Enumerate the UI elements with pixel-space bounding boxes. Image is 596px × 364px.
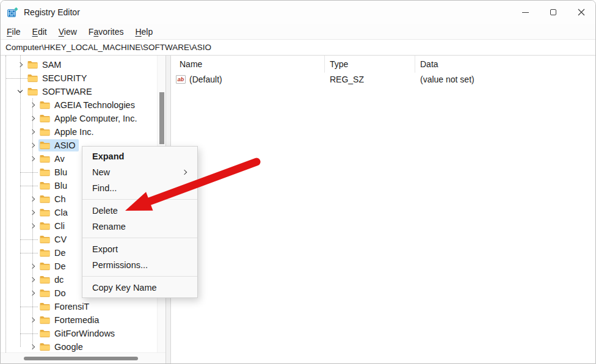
tree-chevron-icon (27, 180, 38, 191)
tree-chevron-icon[interactable] (27, 126, 38, 137)
close-icon (578, 9, 585, 16)
tree-item-label: De (54, 261, 66, 271)
tree-item-software[interactable]: SOFTWARE (1, 85, 157, 98)
value-data: (value not set) (415, 75, 595, 84)
minimize-button[interactable] (511, 1, 539, 24)
menu-item-help[interactable]: Help (135, 27, 153, 37)
tree-chevron-icon[interactable] (27, 113, 38, 124)
tree-item-security[interactable]: SECURITY (1, 71, 157, 85)
title-bar: Registry Editor (1, 1, 595, 24)
column-header-data[interactable]: Data (415, 56, 595, 73)
tree-item-google[interactable]: Google (1, 340, 157, 354)
menubar: FileEditViewFavoritesHelp (1, 24, 595, 39)
tree-chevron-icon[interactable] (27, 100, 38, 111)
folder-icon (40, 168, 50, 177)
address-input[interactable] (1, 43, 595, 52)
folder-icon (40, 235, 50, 244)
tree-item-fortemedia[interactable]: Fortemedia (1, 313, 157, 327)
context-menu-item-copy-key-name[interactable]: Copy Key Name (82, 280, 197, 296)
window-controls (511, 1, 595, 24)
column-header-type[interactable]: Type (325, 56, 415, 73)
tree-item-label: SECURITY (42, 73, 87, 83)
context-menu-item-permissions[interactable]: Permissions... (82, 257, 197, 273)
tree-chevron-icon[interactable] (27, 140, 38, 151)
tree-chevron-icon[interactable] (27, 194, 38, 205)
tree-chevron-icon[interactable] (15, 86, 26, 97)
context-menu-item-find[interactable]: Find... (82, 180, 197, 196)
folder-icon (40, 195, 50, 203)
maximize-icon (550, 9, 556, 15)
context-menu-item-export[interactable]: Export (82, 241, 197, 257)
menu-item-favorites[interactable]: Favorites (89, 27, 124, 37)
context-menu-separator (82, 199, 197, 200)
folder-icon (40, 114, 50, 123)
window-title: Registry Editor (24, 7, 80, 17)
tree-chevron-icon[interactable] (27, 207, 38, 218)
column-header-name[interactable]: Name (171, 56, 325, 73)
tree-chevron-icon[interactable] (27, 315, 38, 326)
folder-icon (40, 329, 50, 338)
tree-chevron-icon[interactable] (15, 59, 26, 70)
tree-item-label: Apple Computer, Inc. (54, 114, 137, 123)
tree-horizontal-scrollbar[interactable] (1, 352, 165, 363)
tree-chevron-icon[interactable] (27, 153, 38, 164)
context-menu-item-expand[interactable]: Expand (82, 148, 197, 164)
tree-item-label: Google (54, 342, 83, 352)
context-menu-item-new[interactable]: New (82, 164, 197, 180)
tree-vertical-scrollbar-thumb[interactable] (159, 92, 164, 144)
tree-chevron-icon[interactable] (27, 288, 38, 299)
context-menu-item-label: Copy Key Name (92, 283, 157, 293)
menu-item-file[interactable]: File (7, 27, 21, 37)
tree-item-label: Ch (54, 194, 66, 204)
close-button[interactable] (567, 1, 595, 24)
folder-icon (40, 316, 50, 324)
tree-chevron-icon (27, 167, 38, 178)
tree-chevron-icon (27, 234, 38, 245)
registry-value-row[interactable]: ab(Default)REG_SZ(value not set) (171, 73, 595, 86)
tree-chevron-icon (15, 73, 26, 84)
tree-item-label: SOFTWARE (42, 87, 92, 96)
tree-horizontal-scrollbar-thumb[interactable] (24, 357, 138, 360)
minimize-icon (522, 12, 529, 13)
menu-item-view[interactable]: View (59, 27, 77, 37)
folder-icon (40, 262, 50, 271)
folder-icon (40, 141, 50, 150)
string-value-icon: ab (176, 75, 186, 84)
tree-chevron-icon[interactable] (27, 274, 38, 285)
tree-item-gitforwindows[interactable]: GitForWindows (1, 327, 157, 340)
tree-item-forensit[interactable]: ForensiT (1, 300, 157, 313)
folder-icon (40, 222, 50, 230)
tree-item-label: De (54, 248, 66, 258)
maximize-button[interactable] (539, 1, 567, 24)
folder-icon (27, 87, 38, 96)
tree-chevron-icon[interactable] (27, 341, 38, 352)
tree-item-label: dc (54, 275, 64, 285)
context-menu-item-label: Rename (92, 222, 126, 231)
values-pane: NameTypeData ab(Default)REG_SZ(value not… (171, 56, 595, 363)
value-type: REG_SZ (325, 75, 415, 84)
values-column-headers: NameTypeData (171, 56, 595, 73)
tree-item-label: Do (54, 288, 66, 298)
tree-item-label: GitForWindows (54, 329, 115, 338)
tree-item-label: Av (54, 154, 65, 164)
tree-item-sam[interactable]: SAM (1, 58, 157, 71)
tree-item-label: ForensiT (54, 302, 89, 311)
menu-item-edit[interactable]: Edit (32, 27, 47, 37)
tree-chevron-icon (27, 301, 38, 312)
context-menu-item-label: Delete (92, 206, 118, 216)
registry-editor-window: Registry Editor FileEditViewFavoritesHel… (0, 0, 596, 364)
value-name: (Default) (189, 75, 222, 84)
folder-icon (40, 249, 50, 257)
tree-item-ageia-technologies[interactable]: AGEIA Technologies (1, 98, 157, 112)
tree-item-apple-computer-inc[interactable]: Apple Computer, Inc. (1, 112, 157, 125)
folder-icon (40, 181, 50, 190)
folder-icon (27, 60, 38, 69)
folder-icon (40, 208, 50, 217)
context-menu-item-delete[interactable]: Delete (82, 203, 197, 219)
tree-chevron-icon[interactable] (27, 220, 38, 231)
tree-item-apple-inc[interactable]: Apple Inc. (1, 125, 157, 139)
context-menu-item-rename[interactable]: Rename (82, 219, 197, 235)
tree-item-label: Fortemedia (54, 315, 99, 325)
tree-chevron-icon[interactable] (27, 261, 38, 272)
tree-item-label: Apple Inc. (54, 127, 94, 137)
